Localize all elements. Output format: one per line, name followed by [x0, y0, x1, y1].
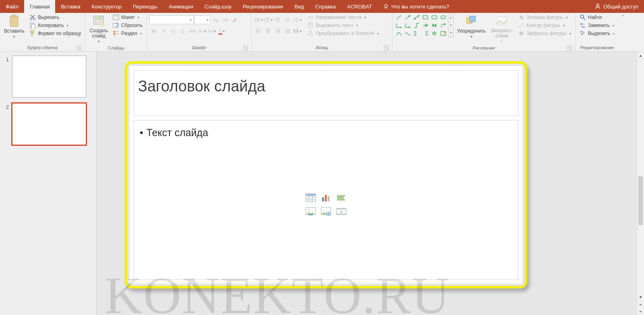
share-button[interactable]: Общий доступ: [589, 0, 644, 13]
align-text-button[interactable]: Выровнять текст▾: [305, 22, 380, 29]
tab-review[interactable]: Рецензирование: [237, 0, 289, 13]
new-slide-button[interactable]: ✶ Создать слайд ▾: [88, 14, 109, 44]
collapse-ribbon-button[interactable]: ˄: [622, 15, 624, 20]
bold-button[interactable]: Ж: [149, 27, 158, 35]
font-name-combo[interactable]: ▾: [149, 15, 194, 24]
select-button[interactable]: Выделить▾: [578, 30, 616, 37]
group-editing-label: Редактирование: [578, 44, 616, 51]
svg-rect-67: [308, 34, 310, 35]
group-drawing-label: Рисование: [473, 46, 495, 50]
tab-slideshow[interactable]: Слайд-шоу: [199, 0, 237, 13]
drawing-dialog-launcher[interactable]: ↘: [567, 46, 572, 50]
vertical-scrollbar[interactable]: ▲ ▼ ⏶ ⏷: [637, 52, 644, 315]
shape-fill-button[interactable]: Заливка фигуры▾: [516, 14, 573, 21]
find-button[interactable]: Найти: [578, 14, 616, 21]
format-painter-button[interactable]: Формат по образцу: [28, 30, 83, 37]
font-size-combo[interactable]: ▾: [194, 15, 211, 24]
paste-button[interactable]: Вставить ▾: [2, 14, 26, 39]
svg-rect-73: [432, 16, 437, 19]
cut-button[interactable]: Вырезать: [28, 14, 83, 21]
tab-file[interactable]: Файл: [0, 0, 24, 13]
decrease-font-button[interactable]: A▾: [221, 15, 230, 24]
brush-icon: [29, 30, 36, 37]
tab-transitions[interactable]: Переходы: [127, 0, 163, 13]
tab-insert[interactable]: Вставка: [55, 0, 86, 13]
arrange-label: Упорядочить: [457, 28, 485, 34]
tab-design[interactable]: Конструктор: [86, 0, 127, 13]
layout-button[interactable]: Макет▾: [111, 14, 144, 21]
shape-effects-label: Эффекты фигуры: [526, 31, 567, 36]
increase-indent-button[interactable]: [283, 15, 292, 24]
strikethrough-button[interactable]: abc: [188, 27, 197, 35]
insert-table-icon[interactable]: [305, 193, 317, 203]
align-left-button[interactable]: [254, 27, 263, 35]
insert-online-picture-icon[interactable]: [320, 206, 332, 217]
change-case-button[interactable]: Aa▾: [207, 27, 216, 35]
insert-smartart-icon[interactable]: [335, 193, 347, 203]
increase-font-button[interactable]: A▴: [211, 15, 220, 24]
reset-button[interactable]: Сбросить: [111, 22, 144, 29]
columns-button[interactable]: ▾: [293, 27, 301, 35]
convert-smartart-button[interactable]: Преобразовать в SmartArt▾: [305, 30, 380, 37]
numbering-button[interactable]: 123▾: [264, 15, 272, 24]
insert-video-icon[interactable]: [335, 206, 347, 217]
slide-thumbnails-pane: 1 2: [0, 52, 97, 315]
shapes-gallery-scroll[interactable]: ▴▾▾: [448, 14, 454, 37]
font-color-button[interactable]: A▾: [217, 27, 226, 35]
slide-thumbnail-2[interactable]: [12, 103, 86, 145]
new-slide-label: Создать слайд: [89, 28, 108, 39]
underline-button[interactable]: Ч: [169, 27, 178, 35]
clipboard-dialog-launcher[interactable]: ↘: [77, 46, 82, 50]
svg-point-2: [597, 4, 599, 6]
section-button[interactable]: Раздел▾: [111, 30, 144, 37]
svg-rect-1: [385, 7, 387, 8]
shape-outline-button[interactable]: Контур фигуры▾: [516, 22, 573, 29]
next-slide-button[interactable]: ⏷: [637, 308, 644, 315]
shape-effects-button[interactable]: Эффекты фигуры▾: [516, 30, 573, 37]
insert-picture-icon[interactable]: [305, 206, 317, 217]
char-spacing-button[interactable]: AV▾: [198, 27, 206, 35]
align-center-button[interactable]: [264, 27, 272, 35]
columns-icon: [293, 28, 299, 34]
tab-animation[interactable]: Анимация: [163, 0, 199, 13]
italic-button[interactable]: К: [159, 27, 168, 35]
tab-home[interactable]: Главная: [24, 0, 55, 13]
quick-styles-button[interactable]: Экспресс- стили ▾: [489, 14, 515, 44]
align-right-button[interactable]: [273, 27, 282, 35]
svg-rect-46: [256, 31, 261, 32]
scroll-thumb[interactable]: [638, 176, 643, 225]
justify-button[interactable]: [283, 27, 292, 35]
text-shadow-button[interactable]: S: [178, 27, 187, 35]
content-placeholder[interactable]: •Текст слайда: [134, 120, 518, 280]
tell-me-search[interactable]: Что вы хотите сделать?: [378, 0, 455, 13]
group-editing: Найти abac Заменить▾ Выделить▾ Редактиро…: [576, 13, 619, 51]
tab-acrobat[interactable]: ACROBAT: [341, 0, 378, 13]
svg-point-23: [255, 18, 256, 19]
scroll-down-arrow[interactable]: ▼: [637, 293, 644, 300]
text-direction-label: Направление текста: [316, 15, 361, 20]
replace-button[interactable]: abac Заменить▾: [578, 22, 616, 29]
decrease-indent-button[interactable]: [273, 15, 282, 24]
slide-thumbnail-1[interactable]: [12, 56, 86, 97]
prev-slide-button[interactable]: ⏶: [637, 300, 644, 308]
clear-formatting-button[interactable]: [231, 15, 239, 24]
svg-point-25: [255, 19, 256, 20]
line-spacing-button[interactable]: ▾: [293, 15, 301, 24]
group-paragraph: ▾ 123▾ ▾ ▾ IIA Направление текста▾: [252, 13, 392, 51]
insert-chart-icon[interactable]: [320, 193, 332, 203]
tab-help[interactable]: Справка: [310, 0, 341, 13]
scroll-up-arrow[interactable]: ▲: [637, 52, 644, 59]
content-placeholder-text: •Текст слайда: [140, 127, 512, 139]
text-direction-button[interactable]: IIA Направление текста▾: [305, 14, 380, 21]
bullets-button[interactable]: ▾: [254, 15, 263, 24]
paragraph-dialog-launcher[interactable]: ↘: [384, 46, 389, 50]
scissors-icon: [29, 14, 36, 21]
font-dialog-launcher[interactable]: ↘: [243, 46, 248, 50]
slide-canvas-area[interactable]: Заголовок слайда •Текст слайда KONEKTO.R…: [97, 52, 637, 315]
title-placeholder[interactable]: Заголовок слайда: [134, 70, 518, 116]
shapes-gallery[interactable]: [395, 14, 447, 37]
copy-button[interactable]: Копировать▾: [28, 22, 83, 29]
tab-view[interactable]: Вид: [289, 0, 310, 13]
arrange-button[interactable]: Упорядочить ▾: [455, 14, 487, 39]
slide[interactable]: Заголовок слайда •Текст слайда: [130, 66, 522, 284]
